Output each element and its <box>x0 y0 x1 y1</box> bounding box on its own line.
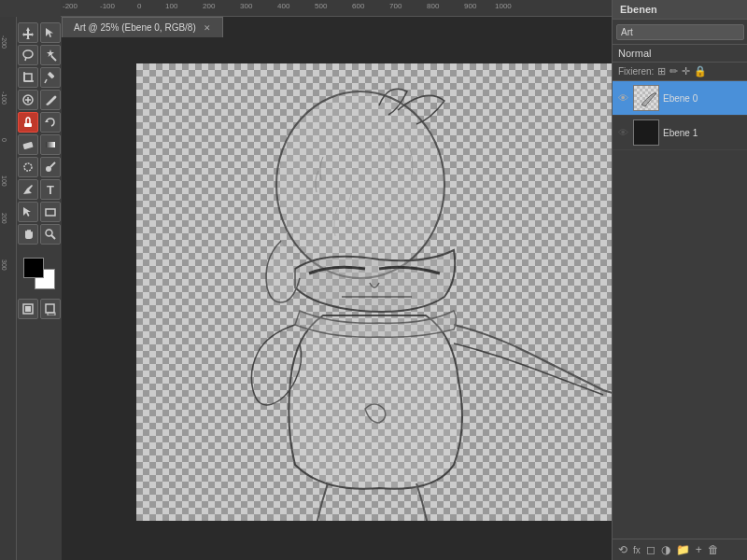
layers-panel-title: Ebenen <box>613 0 747 20</box>
canvas-tab[interactable]: Art @ 25% (Ebene 0, RGB/8) ✕ <box>62 17 223 37</box>
layers-group-btn[interactable]: 📁 <box>676 543 690 556</box>
svg-rect-28 <box>48 313 55 315</box>
svg-point-18 <box>24 163 32 171</box>
tool-path-select[interactable] <box>18 202 38 222</box>
layers-fix-row: Fixieren: ⊞ ✏ ✛ 🔒 <box>613 63 747 81</box>
tool-hand[interactable] <box>18 224 38 245</box>
layer-visibility-ebene1[interactable]: 👁 <box>616 126 629 139</box>
fix-icon-lock[interactable]: 🔒 <box>694 65 707 77</box>
svg-line-24 <box>51 235 55 239</box>
svg-rect-14 <box>24 123 32 127</box>
color-swatches[interactable] <box>23 258 55 289</box>
svg-line-3 <box>25 57 26 61</box>
svg-rect-16 <box>22 142 33 149</box>
layer-item-ebene0[interactable]: 👁 Ebene 0 <box>613 81 747 116</box>
tool-gradient[interactable] <box>40 134 61 155</box>
layer-name-ebene0: Ebene 0 <box>663 93 743 104</box>
sketch-svg <box>136 63 612 521</box>
layer-visibility-ebene0[interactable]: 👁 <box>616 91 629 105</box>
fix-icon-move[interactable]: ✛ <box>682 65 690 77</box>
svg-rect-26 <box>25 306 31 312</box>
layers-search-input[interactable] <box>616 24 744 40</box>
tool-extra2[interactable] <box>40 299 61 319</box>
layers-panel: Ebenen ▼ + ≡ Normal Fixieren: ⊞ ✏ ✛ 🔒 👁 … <box>612 0 747 560</box>
foreground-color-swatch[interactable] <box>23 258 44 278</box>
svg-line-10 <box>45 79 47 83</box>
svg-line-20 <box>50 162 55 167</box>
layers-blend-mode-row: Normal <box>613 45 747 63</box>
tool-crop[interactable] <box>18 67 38 88</box>
svg-marker-0 <box>22 27 34 39</box>
svg-rect-9 <box>48 72 55 79</box>
svg-rect-6 <box>24 74 32 81</box>
layer-name-ebene1: Ebene 1 <box>663 128 743 138</box>
svg-point-29 <box>276 91 444 278</box>
tool-stamp[interactable] <box>18 112 38 133</box>
toolbox: T <box>17 17 62 560</box>
ruler-top: -200 -100 0 100 200 300 400 500 600 700 … <box>61 0 612 17</box>
tool-magic-wand[interactable] <box>40 45 61 65</box>
tool-lasso[interactable] <box>18 45 38 65</box>
tool-text[interactable]: T <box>40 179 61 200</box>
layers-bottom-bar: ⟲ fx ◻ ◑ 📁 + 🗑 <box>613 539 747 560</box>
fix-icon-grid[interactable]: ⊞ <box>657 65 666 77</box>
svg-marker-1 <box>46 28 53 37</box>
layer-thumb-ebene1 <box>633 119 659 146</box>
layers-link-btn[interactable]: ⟲ <box>618 543 627 556</box>
tool-shape[interactable] <box>40 202 61 222</box>
svg-line-4 <box>51 56 56 61</box>
tool-blur[interactable] <box>18 157 38 177</box>
fixieren-label: Fixieren: <box>618 66 654 77</box>
fix-icon-brush[interactable]: ✏ <box>669 65 678 77</box>
layer-item-ebene1[interactable]: 👁 Ebene 1 <box>613 116 747 150</box>
tool-pen[interactable] <box>18 179 38 200</box>
tool-zoom[interactable] <box>40 224 61 245</box>
layers-blend-mode[interactable]: Normal <box>618 48 651 59</box>
tool-extra1[interactable] <box>18 299 38 319</box>
svg-rect-17 <box>46 142 55 147</box>
tool-dodge[interactable] <box>40 157 61 177</box>
layer-thumb-ebene0 <box>633 85 659 111</box>
tool-move[interactable] <box>18 22 38 43</box>
canvas-tab-close[interactable]: ✕ <box>204 23 211 33</box>
svg-rect-22 <box>46 209 55 216</box>
svg-rect-27 <box>46 304 54 313</box>
ruler-left: -200 -100 0 100 200 300 <box>0 17 17 560</box>
tool-healing[interactable] <box>18 90 38 110</box>
tool-eyedropper[interactable] <box>40 67 61 88</box>
tool-eraser[interactable] <box>18 134 38 155</box>
layers-fx-btn[interactable]: fx <box>633 545 641 555</box>
tool-arrow[interactable] <box>40 22 61 43</box>
canvas-area: Art @ 25% (Ebene 0, RGB/8) ✕ <box>62 17 612 560</box>
layers-mask-btn[interactable]: ◻ <box>646 543 655 556</box>
layers-delete-btn[interactable]: 🗑 <box>708 543 719 556</box>
svg-marker-5 <box>47 49 54 57</box>
canvas-tab-label: Art @ 25% (Ebene 0, RGB/8) <box>74 22 196 33</box>
layers-adjustment-btn[interactable]: ◑ <box>661 543 670 556</box>
layers-search-row: ▼ + ≡ <box>613 20 747 45</box>
tool-history-brush[interactable] <box>40 112 61 133</box>
svg-point-23 <box>46 230 52 236</box>
layers-new-layer-btn[interactable]: + <box>696 543 702 556</box>
svg-marker-21 <box>23 207 31 217</box>
svg-point-2 <box>23 50 33 58</box>
canvas-content[interactable] <box>136 63 612 521</box>
tool-brush[interactable] <box>40 90 61 110</box>
